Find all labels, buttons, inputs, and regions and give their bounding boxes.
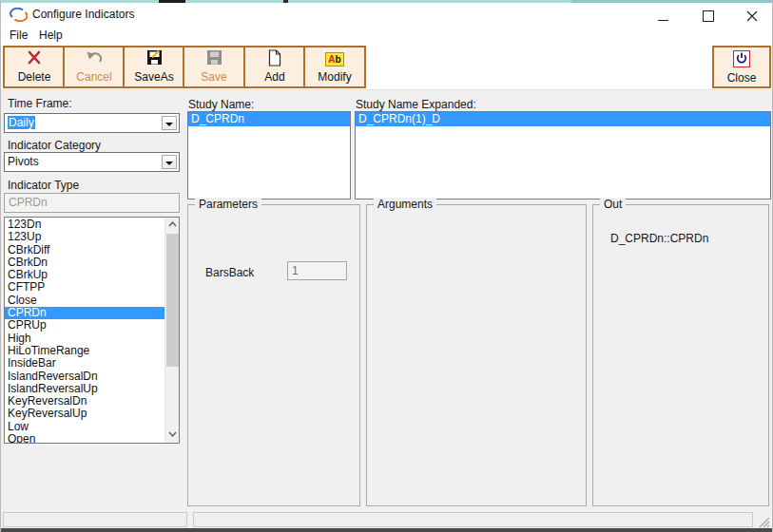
indicator-list-item[interactable]: IslandReversalUp (5, 383, 164, 395)
time-frame-value: Daily (8, 116, 35, 129)
content-area: Time Frame: Daily Indicator Category Piv… (1, 90, 773, 511)
arguments-groupbox: Arguments (366, 204, 587, 506)
scrollbar-thumb[interactable] (166, 234, 179, 367)
indicator-list-item[interactable]: InsideBar (5, 357, 164, 370)
window-bottom-edge (1, 528, 773, 532)
parameter-name-label: BarsBack (205, 266, 254, 279)
parameters-group-label: Parameters (195, 198, 261, 211)
out-group-label: Out (600, 198, 626, 211)
menu-bar: File Help (1, 27, 772, 44)
close-button-label: Close (714, 71, 769, 85)
toolbar: DeleteCancelSaveAsSaveAddAbModify Close (1, 44, 772, 90)
indicator-list-item[interactable]: HiLoTimeRange (5, 345, 164, 357)
indicator-list-item[interactable]: CPRUp (5, 319, 164, 332)
status-pane-left (3, 512, 187, 527)
minimize-button[interactable] (647, 5, 678, 28)
arguments-group-label: Arguments (374, 198, 436, 211)
toolbar-button-add[interactable]: Add (243, 46, 306, 88)
indicator-category-value: Pivots (8, 155, 39, 168)
indicator-list-item[interactable]: CBrkDiff (5, 244, 164, 256)
study-name-expanded-item[interactable]: D_CPRDn(1)_D (356, 112, 770, 126)
scroll-up-icon[interactable] (165, 218, 180, 233)
indicator-list-item[interactable]: CFTPP (5, 281, 164, 294)
app-logo-icon (10, 8, 28, 22)
chevron-down-icon[interactable] (162, 155, 177, 169)
status-pane-right (193, 512, 753, 527)
parameters-groupbox: Parameters BarsBack1 (187, 204, 360, 506)
indicator-list-item[interactable]: 123Up (5, 231, 164, 243)
modify-ab-icon: Ab (305, 49, 364, 70)
save-as-icon (125, 49, 184, 70)
indicator-type-field[interactable]: CPRDn (4, 193, 180, 213)
parameter-value-field[interactable]: 1 (287, 261, 347, 280)
power-icon (733, 50, 750, 67)
window-close-icon[interactable] (737, 5, 767, 28)
configure-indicators-window: Configure Indicators File Help DeleteCan… (0, 0, 773, 532)
scrollbar[interactable] (164, 218, 179, 443)
study-name-expanded-label: Study Name Expanded: (356, 98, 476, 111)
toolbar-button-label: Delete (5, 70, 64, 84)
study-name-label: Study Name: (188, 98, 254, 111)
indicator-type-label: Indicator Type (8, 179, 79, 192)
indicator-list-item[interactable]: Open (5, 433, 164, 444)
indicator-list[interactable]: 123Dn123UpCBrkDiffCBrkDnCBrkUpCFTPPClose… (4, 217, 180, 444)
window-title: Configure Indicators (32, 8, 134, 21)
indicator-list-item[interactable]: KeyReversalUp (5, 408, 164, 420)
menu-item-file[interactable]: File (6, 28, 31, 43)
toolbar-button-label: Add (245, 70, 304, 84)
study-name-item[interactable]: D_CPRDn (188, 112, 350, 126)
indicator-category-combo[interactable]: Pivots (4, 152, 180, 172)
indicator-list-item[interactable]: KeyReversalDn (5, 395, 164, 408)
maximize-button[interactable] (693, 5, 724, 28)
out-groupbox: Out D_CPRDn::CPRDn (592, 204, 769, 506)
toolbar-button-save[interactable]: Save (183, 46, 245, 88)
indicator-list-item[interactable]: IslandReversalDn (5, 370, 164, 383)
close-button[interactable]: Close (712, 46, 771, 88)
new-document-icon (245, 49, 304, 70)
toolbar-button-label: Save (184, 70, 243, 84)
menu-item-help[interactable]: Help (35, 28, 67, 43)
study-name-expanded-list[interactable]: D_CPRDn(1)_D (355, 111, 771, 200)
toolbar-button-label: Cancel (65, 70, 124, 84)
indicator-list-item[interactable]: CPRDn (5, 307, 164, 319)
toolbar-button-saveas[interactable]: SaveAs (123, 46, 185, 88)
out-value: D_CPRDn::CPRDn (610, 232, 708, 245)
indicator-list-item[interactable]: CBrkUp (5, 269, 164, 281)
time-frame-label: Time Frame: (8, 97, 72, 110)
study-name-list[interactable]: D_CPRDn (187, 111, 351, 200)
status-bar (1, 511, 773, 528)
chevron-down-icon[interactable] (162, 116, 177, 130)
scroll-down-icon[interactable] (165, 428, 180, 443)
save-icon (184, 49, 243, 70)
title-bar: Configure Indicators (1, 3, 772, 27)
toolbar-button-label: SaveAs (125, 70, 184, 84)
indicator-category-label: Indicator Category (8, 139, 101, 152)
resize-grip-icon[interactable] (757, 515, 770, 526)
undo-arrow-icon (65, 49, 124, 70)
indicator-list-item[interactable]: CBrkDn (5, 256, 164, 269)
toolbar-button-label: Modify (305, 70, 364, 84)
indicator-list-item[interactable]: 123Dn (5, 218, 164, 231)
indicator-list-item[interactable]: Low (5, 421, 164, 433)
indicator-list-item[interactable]: High (5, 332, 164, 345)
time-frame-combo[interactable]: Daily (4, 113, 180, 133)
delete-x-icon (5, 49, 64, 70)
indicator-list-item[interactable]: Close (5, 294, 164, 307)
toolbar-button-delete[interactable]: Delete (3, 46, 66, 88)
toolbar-button-modify[interactable]: AbModify (303, 46, 366, 88)
toolbar-button-cancel[interactable]: Cancel (63, 46, 126, 88)
